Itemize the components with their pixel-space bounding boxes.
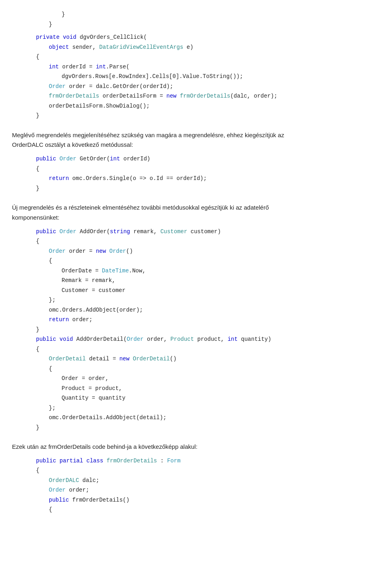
prose-block: Meglévő megrendelés megjelenítéséhez szü… — [12, 130, 372, 150]
token: customer) — [187, 228, 221, 235]
code-block: public Order GetOrder(int orderId){retur… — [12, 152, 372, 195]
token: public — [36, 156, 56, 162]
token: { — [36, 467, 39, 474]
token: int — [96, 64, 106, 70]
code-line: } — [36, 423, 372, 433]
token: Order — [60, 228, 76, 235]
token: string — [110, 228, 130, 235]
token: Order — [127, 336, 144, 342]
token: OrderDate = — [62, 268, 102, 274]
token: Form — [167, 458, 181, 464]
token: frmOrderDetails() — [69, 497, 129, 503]
token: omc.Orders.Single(o => o.Id == orderId); — [69, 175, 206, 182]
token: } — [62, 11, 65, 18]
token: e) — [183, 44, 193, 50]
token: .Parse( — [106, 64, 130, 70]
token: int — [110, 156, 120, 162]
token: : — [157, 458, 167, 464]
code-block: public Order AddOrder(string remark, Cus… — [12, 225, 372, 434]
token — [60, 34, 63, 40]
token: detail = — [86, 356, 119, 362]
code-line: frmOrderDetails orderDetailsForm = new f… — [36, 91, 372, 101]
code-line: Quantity = quantity — [36, 393, 372, 403]
token — [56, 156, 59, 162]
token: frmOrderDetails — [180, 93, 230, 99]
token: new — [96, 248, 106, 254]
token: order = dalc.GetOrder(orderId); — [66, 83, 173, 90]
code-line: object sender, DataGridViewCellEventArgs… — [36, 42, 372, 52]
code-line: return order; — [36, 315, 372, 325]
token: new — [166, 93, 176, 99]
token: sender, — [69, 44, 99, 50]
token — [56, 336, 59, 342]
token: .Now, — [129, 268, 146, 274]
token: dgvOrders_CellClick( — [76, 34, 147, 40]
token: omc.Orders.AddObject(order); — [49, 307, 143, 313]
token: remark, — [130, 228, 160, 235]
code-line: { — [36, 236, 372, 246]
token: public — [36, 228, 56, 235]
token: partial — [60, 458, 83, 464]
token: { — [49, 258, 52, 264]
token: } — [36, 112, 39, 119]
code-line: OrderDALC dalc; — [36, 476, 372, 486]
token: OrderDetail — [49, 356, 86, 362]
token — [56, 228, 59, 235]
code-line: { — [36, 505, 372, 515]
code-line: { — [36, 466, 372, 476]
code-line: }; — [36, 403, 372, 413]
code-block: }} — [12, 8, 372, 31]
token: dalc; — [79, 477, 99, 484]
token: } — [36, 424, 39, 431]
token — [130, 356, 133, 362]
token: public — [36, 336, 56, 342]
token: dgvOrders.Rows[e.RowIndex].Cells[0].Valu… — [62, 73, 243, 80]
code-line: { — [36, 344, 372, 354]
token: int — [49, 64, 59, 70]
code-line: } — [36, 111, 372, 121]
token: { — [36, 166, 39, 172]
main-content: }}private void dgvOrders_CellClick(objec… — [12, 8, 372, 516]
code-line: OrderDate = DateTime.Now, — [36, 266, 372, 276]
token — [176, 93, 180, 99]
token: DateTime — [102, 268, 129, 274]
code-line: }; — [36, 295, 372, 305]
token: private — [36, 34, 60, 40]
token: quantity) — [238, 336, 271, 342]
token: Order — [49, 248, 66, 254]
code-line: public Order GetOrder(int orderId) — [36, 154, 372, 164]
token: order, — [144, 336, 170, 342]
token: AddOrder( — [76, 228, 110, 235]
token: new — [119, 356, 129, 362]
token: public — [49, 497, 69, 503]
token: Customer = customer — [62, 287, 126, 294]
token: Product = product, — [62, 385, 122, 392]
token — [83, 458, 86, 464]
code-line: Order order = new Order() — [36, 246, 372, 256]
token: } — [36, 326, 39, 333]
code-line: orderDetailsForm.ShowDialog(); — [36, 101, 372, 111]
token: return — [49, 175, 69, 182]
prose-block: Új megrendelés és a részleteinek elmenté… — [12, 203, 372, 223]
token: int — [228, 336, 238, 342]
code-line: Product = product, — [36, 384, 372, 394]
token: void — [60, 336, 73, 342]
token: Order — [49, 487, 66, 493]
code-line: public frmOrderDetails() — [36, 495, 372, 505]
token: Order = order, — [62, 375, 109, 382]
code-line: Order order = dalc.GetOrder(orderId); — [36, 82, 372, 92]
token: Customer — [160, 228, 187, 235]
code-line: { — [36, 52, 372, 62]
token — [56, 458, 59, 464]
token: { — [36, 346, 39, 352]
code-line: Order order; — [36, 485, 372, 495]
token: { — [36, 238, 39, 244]
code-line: } — [36, 10, 372, 20]
code-line: } — [36, 20, 372, 30]
token: orderId = — [59, 64, 96, 70]
token: { — [49, 506, 52, 513]
token: OrderDetail — [133, 356, 170, 362]
code-line: dgvOrders.Rows[e.RowIndex].Cells[0].Valu… — [36, 72, 372, 82]
code-line: public void AddOrderDetail(Order order, … — [36, 334, 372, 344]
token: void — [63, 34, 76, 40]
